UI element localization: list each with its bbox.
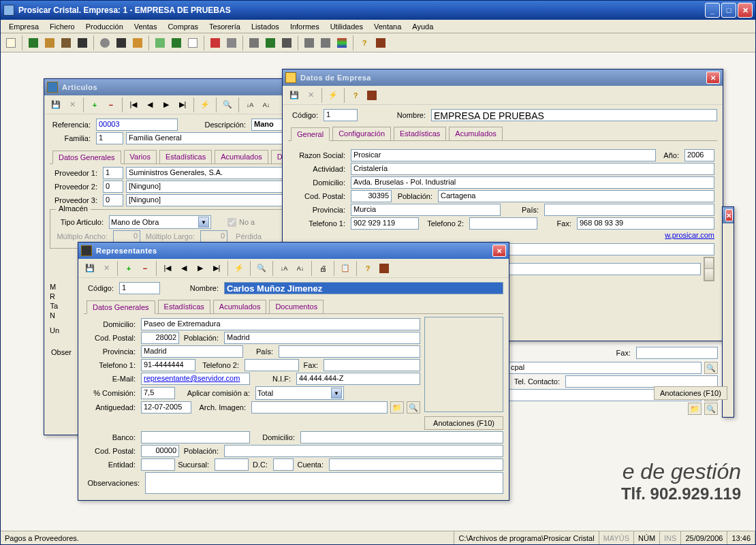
first-icon[interactable]: |◀: [160, 261, 175, 276]
tb-chart-icon[interactable]: [334, 35, 349, 50]
menu-produccion[interactable]: Producción: [80, 21, 129, 32]
menu-informes[interactable]: Informes: [285, 21, 325, 32]
tab-repr-acumulados[interactable]: Acumulados: [213, 300, 267, 313]
maximize-button[interactable]: □: [721, 3, 736, 18]
emp-poblacion-input[interactable]: Cartagena: [438, 190, 714, 202]
remove-icon[interactable]: −: [104, 97, 119, 112]
last-icon[interactable]: ▶|: [175, 97, 190, 112]
tb-book3-icon[interactable]: [59, 35, 74, 50]
tb-book2-icon[interactable]: [42, 35, 57, 50]
tab-repr-datos[interactable]: Datos Generales: [86, 300, 155, 314]
tb-search-icon[interactable]: [97, 35, 112, 50]
sort2-icon[interactable]: A↓: [293, 261, 308, 276]
tb-person-icon[interactable]: [114, 35, 129, 50]
exit-icon[interactable]: [364, 88, 379, 103]
tb-briefcase-icon[interactable]: [75, 35, 90, 50]
help-icon[interactable]: ?: [360, 261, 375, 276]
sort1-icon[interactable]: ↓A: [242, 97, 257, 112]
repr-fax-input[interactable]: [324, 359, 420, 371]
tab-acumulados[interactable]: Acumulados: [215, 150, 268, 164]
folder-icon[interactable]: 📁: [390, 401, 404, 414]
bolt-icon[interactable]: ⚡: [326, 88, 341, 103]
repr-entidad-input[interactable]: [141, 458, 175, 471]
repr-cp2-input[interactable]: 00000: [141, 445, 179, 457]
repr-domicilio-input[interactable]: Paseo de Extremadura: [141, 318, 420, 330]
menu-fichero[interactable]: Fichero: [44, 21, 80, 32]
repr-nombre-input[interactable]: Carlos Muñoz Jimenez: [224, 282, 503, 294]
tab-configuracion[interactable]: Configuración: [332, 127, 391, 140]
exit-icon[interactable]: [377, 261, 392, 276]
repr-domicilio2-input[interactable]: [300, 431, 503, 443]
copy-icon[interactable]: 📋: [338, 261, 353, 276]
prov1-code[interactable]: 1: [103, 167, 123, 179]
web-link[interactable]: w.prosicar.com: [665, 231, 714, 239]
delete-icon[interactable]: ✕: [65, 97, 80, 112]
aplicar-combo[interactable]: Total▼: [255, 386, 344, 400]
prev-icon[interactable]: ◀: [142, 97, 157, 112]
tab-repr-estadisticas[interactable]: Estadísticas: [158, 300, 210, 313]
actividad-input[interactable]: Cristalería: [351, 163, 714, 175]
repr-tel2-input[interactable]: [245, 359, 299, 371]
repr-sucursal-input[interactable]: [215, 458, 249, 471]
repr-pais-input[interactable]: [279, 345, 420, 358]
tb-doc1-icon[interactable]: [153, 35, 168, 50]
search-icon[interactable]: 🔍: [407, 401, 420, 414]
repr-email-link[interactable]: representante@servidor.com: [141, 373, 250, 385]
repr-dc-input[interactable]: [273, 458, 294, 471]
repr-anotaciones-button[interactable]: Anotaciones (F10): [424, 416, 503, 430]
tab-emp-estadisticas[interactable]: Estadísticas: [394, 127, 446, 140]
save-icon[interactable]: 💾: [82, 261, 97, 276]
tb-book1-icon[interactable]: [26, 35, 41, 50]
search-icon[interactable]: 🔍: [704, 362, 718, 374]
prov2-code[interactable]: 0: [103, 181, 123, 193]
tipo-combo[interactable]: Mano de Obra▼: [109, 215, 211, 229]
repr-provincia-input[interactable]: Madrid: [141, 345, 243, 358]
cpal-input[interactable]: cpal: [508, 362, 702, 374]
delete-icon[interactable]: ✕: [303, 88, 318, 103]
tab-repr-documentos[interactable]: Documentos: [269, 300, 324, 313]
hidden-close-button[interactable]: ✕: [725, 209, 733, 221]
tb-tool2-icon[interactable]: [318, 35, 333, 50]
bolt-icon[interactable]: ⚡: [198, 97, 212, 112]
repr-poblacion-input[interactable]: Madrid: [224, 332, 420, 344]
hidden-titlebar[interactable]: ✕: [723, 207, 734, 223]
bolt-icon[interactable]: ⚡: [232, 261, 247, 276]
menu-ventana[interactable]: Ventana: [368, 21, 407, 32]
repr-titlebar[interactable]: Representantes ✕: [78, 243, 509, 259]
tb-money-icon[interactable]: [263, 35, 278, 50]
tb-doc2-icon[interactable]: [169, 35, 184, 50]
tab-varios[interactable]: Varios: [124, 150, 157, 164]
help-icon[interactable]: ?: [348, 88, 363, 103]
prov3-code[interactable]: 0: [103, 194, 123, 206]
repr-observaciones-input[interactable]: [145, 472, 503, 494]
menu-utilidades[interactable]: Utilidades: [325, 21, 368, 32]
emp-provincia-input[interactable]: Murcia: [351, 204, 501, 216]
ano-input[interactable]: 2006: [684, 149, 714, 161]
referencia-input[interactable]: 00003: [96, 119, 178, 131]
menu-compras[interactable]: Compras: [162, 21, 204, 32]
tb-tool1-icon[interactable]: [302, 35, 317, 50]
tb-exit-icon[interactable]: [373, 35, 388, 50]
extra-fax-input[interactable]: [636, 347, 718, 359]
razon-input[interactable]: Prosicar: [351, 149, 656, 161]
tab-datos-generales[interactable]: Datos Generales: [52, 151, 121, 164]
remove-icon[interactable]: −: [138, 261, 153, 276]
repr-tel1-input[interactable]: 91-4444444: [141, 359, 195, 371]
menu-ayuda[interactable]: Ayuda: [407, 21, 439, 32]
emp-domicilio-input[interactable]: Avda. Bruselas - Pol. Industrial: [351, 176, 714, 189]
prev-icon[interactable]: ◀: [176, 261, 191, 276]
save-icon[interactable]: 💾: [48, 97, 63, 112]
menu-ventas[interactable]: Ventas: [129, 21, 163, 32]
tb-calc-icon[interactable]: [279, 35, 294, 50]
emp-fax-input[interactable]: 968 08 93 39: [577, 217, 714, 230]
menu-tesoreria[interactable]: Tesorería: [204, 21, 246, 32]
binoculars-icon[interactable]: 🔍: [254, 261, 269, 276]
tb-new-icon[interactable]: [3, 35, 18, 50]
print-icon[interactable]: 🖨: [315, 261, 330, 276]
tb-help-icon[interactable]: ?: [357, 35, 372, 50]
tb-red-icon[interactable]: [208, 35, 223, 50]
chevron-down-icon[interactable]: ▼: [331, 388, 342, 399]
folder-icon[interactable]: 📁: [688, 403, 702, 415]
sort2-icon[interactable]: A↓: [259, 97, 274, 112]
repr-antiguedad-input[interactable]: 12-07-2005: [141, 401, 191, 414]
